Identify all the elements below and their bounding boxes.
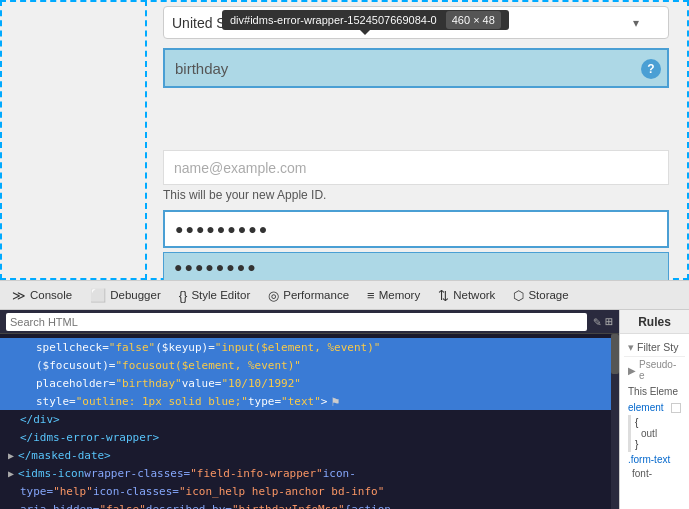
code-line: </idms-error-wrapper>: [0, 428, 619, 446]
network-icon: ⇅: [438, 288, 449, 303]
element-label: element: [628, 402, 664, 413]
code-line: </div>: [0, 410, 619, 428]
code-text: spellcheck=: [36, 341, 109, 354]
tab-performance[interactable]: ◎ Performance: [260, 282, 357, 308]
tab-memory-label: Memory: [379, 289, 421, 301]
debugger-icon: ⬜: [90, 288, 106, 303]
search-bar: ✎ ⊞: [0, 310, 619, 334]
tab-style-editor-label: Style Editor: [191, 289, 250, 301]
filter-arrow-icon: ▾: [628, 341, 634, 353]
confirm-field[interactable]: ●●●●●●●●: [163, 252, 669, 280]
filter-label: Filter Sty: [637, 341, 678, 353]
tab-debugger-label: Debugger: [110, 289, 161, 301]
storage-icon: ⬡: [513, 288, 524, 303]
html-panel: ✎ ⊞ spellcheck="false" ($keyup)="input($…: [0, 310, 619, 509]
code-area: spellcheck="false" ($keyup)="input($elem…: [0, 334, 619, 509]
rules-content: ▾ Filter Sty ▶ Pseudo-e This Eleme eleme…: [620, 334, 689, 484]
this-element-text: This Eleme: [624, 383, 685, 400]
code-line: ($focusout)="focusout($element, %event)": [0, 356, 619, 374]
scroll-thumb[interactable]: [611, 334, 619, 374]
devtools-tabs: ≫ Console ⬜ Debugger {} Style Editor ◎ P…: [0, 280, 689, 310]
curly-close: }: [635, 439, 638, 450]
performance-icon: ◎: [268, 288, 279, 303]
scrollbar[interactable]: [611, 334, 619, 509]
tooltip-bubble: div#idms-error-wrapper-1524507669084-0 4…: [222, 10, 509, 30]
tab-debugger[interactable]: ⬜ Debugger: [82, 282, 169, 308]
confirm-dots: ●●●●●●●●: [174, 259, 258, 275]
code-line: ▶ <idms-icon wrapper-classes="field-info…: [0, 464, 619, 482]
preview-area: United St ▾ div#idms-error-wrapper-15245…: [0, 0, 689, 280]
tab-network[interactable]: ⇅ Network: [430, 282, 503, 308]
css-block: { outl }: [628, 415, 685, 452]
tab-style-editor[interactable]: {} Style Editor: [171, 282, 259, 308]
pseudo-arrow-icon: ▶: [628, 365, 636, 376]
tab-console[interactable]: ≫ Console: [4, 282, 80, 308]
form-text-class: .form-text: [624, 452, 685, 467]
email-field[interactable]: name@example.com: [163, 150, 669, 185]
code-line: placeholder="birthday" value="10/10/1992…: [0, 374, 619, 392]
rules-title: Rules: [638, 315, 671, 329]
rules-panel: Rules ▾ Filter Sty ▶ Pseudo-e This Eleme…: [619, 310, 689, 509]
birthday-placeholder: birthday: [175, 60, 228, 77]
warning-icon: ⚑: [331, 394, 339, 409]
memory-icon: ≡: [367, 288, 375, 303]
tab-performance-label: Performance: [283, 289, 349, 301]
code-line: type="help" icon-classes="icon_help help…: [0, 482, 619, 500]
search-html-input[interactable]: [6, 313, 587, 331]
helper-text: This will be your new Apple ID.: [163, 188, 326, 202]
code-line: style="outline: 1px solid blue;" type="t…: [0, 392, 619, 410]
element-row: element: [624, 400, 685, 415]
pseudo-row: ▶ Pseudo-e: [624, 356, 685, 383]
help-icon[interactable]: ?: [641, 59, 661, 79]
pseudo-label: Pseudo-e: [639, 359, 681, 381]
filter-row: ▾ Filter Sty: [624, 338, 685, 356]
left-side-border: [145, 0, 147, 280]
tab-console-label: Console: [30, 289, 72, 301]
code-line: ▶ </masked-date>: [0, 446, 619, 464]
tab-network-label: Network: [453, 289, 495, 301]
search-icons: ✎ ⊞: [593, 314, 613, 329]
style-editor-icon: {}: [179, 288, 188, 303]
outline-prop: outl: [635, 427, 665, 440]
password-field[interactable]: ●●●●●●●●●: [163, 210, 669, 248]
font-prop: font-: [624, 467, 685, 480]
pencil-icon[interactable]: ✎: [593, 314, 601, 329]
code-line: aria-hidden="false" described-by="birthd…: [0, 500, 619, 509]
tooltip-selector: div#idms-error-wrapper-1524507669084-0: [230, 14, 437, 26]
layout-icon[interactable]: ⊞: [605, 314, 613, 329]
checkbox-icon: [671, 403, 681, 413]
email-placeholder: name@example.com: [174, 160, 307, 176]
rules-header: Rules: [620, 310, 689, 334]
tooltip-size: 460 × 48: [446, 11, 501, 29]
tab-storage-label: Storage: [528, 289, 568, 301]
password-dots: ●●●●●●●●●: [175, 221, 269, 237]
tab-storage[interactable]: ⬡ Storage: [505, 282, 576, 308]
code-line: spellcheck="false" ($keyup)="input($elem…: [0, 338, 619, 356]
birthday-field[interactable]: birthday: [163, 48, 669, 88]
console-icon: ≫: [12, 288, 26, 303]
tab-memory[interactable]: ≡ Memory: [359, 282, 428, 308]
